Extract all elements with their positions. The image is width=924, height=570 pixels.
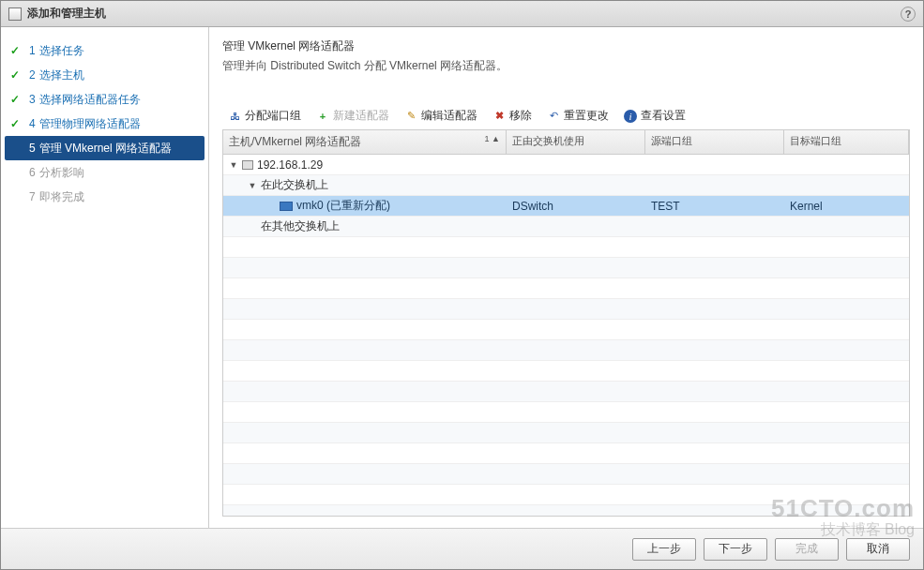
page-subheading: 管理并向 Distributed Switch 分配 VMkernel 网络适配…	[222, 58, 910, 74]
table-row[interactable]: ▼在此交换机上	[223, 175, 909, 196]
cancel-button[interactable]: 取消	[846, 538, 910, 561]
help-icon[interactable]: ?	[901, 7, 916, 22]
col-source-pg[interactable]: 源端口组	[645, 130, 784, 154]
page-heading: 管理 VMkernel 网络适配器	[222, 38, 910, 54]
remove-button[interactable]: ✖ 移除	[487, 106, 538, 126]
host-icon	[242, 160, 253, 170]
step-number: 4	[29, 117, 36, 130]
grid-body: ▼192.168.1.29▼在此交换机上vmk0 (已重新分配)DSwitchT…	[223, 155, 909, 516]
col-target-pg[interactable]: 目标端口组	[784, 130, 909, 154]
wizard-step-2[interactable]: ✓2选择主机	[5, 63, 204, 87]
wizard-step-1[interactable]: ✓1选择任务	[5, 38, 204, 63]
empty-row	[223, 402, 909, 423]
footer: 上一步 下一步 完成 取消	[1, 528, 923, 569]
step-label: 管理物理网络适配器	[39, 116, 141, 132]
cell-source-pg: TEST	[645, 200, 784, 213]
step-number: 2	[29, 68, 36, 82]
grid-header: 主机/VMkernel 网络适配器 1 ▲ 正由交换机使用 源端口组 目标端口组	[223, 130, 909, 155]
row-label: 192.168.1.29	[257, 158, 323, 172]
empty-row	[223, 464, 909, 485]
checkmark-icon: ✓	[10, 44, 23, 57]
assign-label: 分配端口组	[245, 108, 301, 124]
remove-label: 移除	[509, 108, 532, 124]
reset-button[interactable]: ↶ 重置更改	[541, 106, 614, 126]
edit-adapter-button[interactable]: ✎ 编辑适配器	[399, 106, 483, 126]
new-label: 新建适配器	[333, 108, 389, 124]
assign-port-group-button[interactable]: 🖧 分配端口组	[222, 106, 307, 126]
cell-adapter: ▼在此交换机上	[223, 177, 507, 193]
row-label: vmk0 (已重新分配)	[296, 198, 390, 214]
adapter-grid: 主机/VMkernel 网络适配器 1 ▲ 正由交换机使用 源端口组 目标端口组…	[222, 130, 910, 517]
empty-row	[223, 258, 909, 278]
app-icon	[8, 8, 22, 21]
table-row[interactable]: ▼192.168.1.29	[223, 155, 909, 175]
plus-icon: +	[316, 110, 329, 123]
wizard-step-4[interactable]: ✓4管理物理网络适配器	[5, 112, 204, 136]
row-label: 在其他交换机上	[261, 218, 340, 234]
empty-row	[223, 443, 909, 464]
undo-icon: ↶	[547, 110, 560, 123]
row-label: 在此交换机上	[261, 177, 328, 193]
step-label: 分析影响	[39, 165, 84, 181]
empty-row	[223, 237, 909, 258]
wizard-step-3[interactable]: ✓3选择网络适配器任务	[5, 87, 204, 112]
checkmark-icon: ✓	[10, 93, 23, 106]
wizard-step-5[interactable]: 5管理 VMkernel 网络适配器	[5, 136, 204, 160]
empty-row	[223, 278, 909, 299]
edit-label: 编辑适配器	[421, 108, 477, 124]
main-panel: 管理 VMkernel 网络适配器 管理并向 Distributed Switc…	[209, 27, 923, 528]
dialog-body: ✓1选择任务✓2选择主机✓3选择网络适配器任务✓4管理物理网络适配器5管理 VM…	[1, 27, 923, 528]
empty-row	[223, 382, 909, 402]
wizard-steps: ✓1选择任务✓2选择主机✓3选择网络适配器任务✓4管理物理网络适配器5管理 VM…	[1, 27, 209, 528]
cell-target-pg: Kernel	[784, 200, 909, 213]
sort-indicator: 1 ▲	[485, 134, 500, 143]
view-settings-button[interactable]: i 查看设置	[618, 106, 691, 126]
pencil-icon: ✎	[404, 110, 417, 123]
step-label: 即将完成	[39, 189, 84, 205]
remove-icon: ✖	[492, 110, 506, 123]
step-label: 选择任务	[39, 43, 84, 59]
reset-label: 重置更改	[564, 108, 609, 124]
col-host-adapter[interactable]: 主机/VMkernel 网络适配器 1 ▲	[223, 130, 507, 154]
empty-row	[223, 505, 909, 516]
tree-toggle-icon[interactable]: ▼	[229, 160, 238, 170]
step-number: 6	[29, 166, 36, 179]
dialog: 添加和管理主机 ? ✓1选择任务✓2选择主机✓3选择网络适配器任务✓4管理物理网…	[0, 0, 924, 570]
wizard-step-7: 7即将完成	[5, 185, 204, 209]
info-icon: i	[624, 110, 637, 123]
assign-icon: 🖧	[228, 110, 241, 123]
empty-row	[223, 340, 909, 361]
step-number: 7	[29, 190, 36, 203]
checkmark-icon: ✓	[10, 68, 23, 82]
empty-row	[223, 423, 909, 443]
empty-row	[223, 361, 909, 382]
empty-row	[223, 485, 909, 505]
step-label: 管理 VMkernel 网络适配器	[39, 141, 172, 157]
checkmark-icon: ✓	[10, 117, 23, 130]
step-number: 5	[29, 142, 36, 155]
step-number: 3	[29, 93, 36, 106]
col-switch[interactable]: 正由交换机使用	[507, 130, 645, 154]
toolbar: 🖧 分配端口组 + 新建适配器 ✎ 编辑适配器 ✖ 移除 ↶ 重置更改	[222, 102, 910, 130]
cell-adapter: ▼192.168.1.29	[223, 158, 507, 172]
cell-adapter: 在其他交换机上	[223, 218, 507, 234]
wizard-step-6: 6分析影响	[5, 160, 204, 185]
finish-button[interactable]: 完成	[775, 538, 839, 561]
step-label: 选择主机	[39, 68, 84, 83]
step-label: 选择网络适配器任务	[39, 92, 141, 108]
step-number: 1	[29, 44, 36, 57]
titlebar: 添加和管理主机 ?	[1, 1, 923, 27]
dialog-title: 添加和管理主机	[27, 6, 106, 22]
cell-switch: DSwitch	[507, 200, 645, 213]
next-button[interactable]: 下一步	[704, 538, 767, 561]
table-row[interactable]: vmk0 (已重新分配)DSwitchTESTKernel	[223, 196, 909, 217]
empty-row	[223, 299, 909, 320]
view-label: 查看设置	[641, 108, 686, 124]
new-adapter-button[interactable]: + 新建适配器	[311, 106, 395, 126]
table-row[interactable]: 在其他交换机上	[223, 217, 909, 237]
nic-icon	[280, 202, 293, 211]
back-button[interactable]: 上一步	[632, 538, 696, 561]
tree-toggle-icon[interactable]: ▼	[248, 181, 257, 190]
empty-row	[223, 320, 909, 340]
cell-adapter: vmk0 (已重新分配)	[223, 198, 507, 214]
